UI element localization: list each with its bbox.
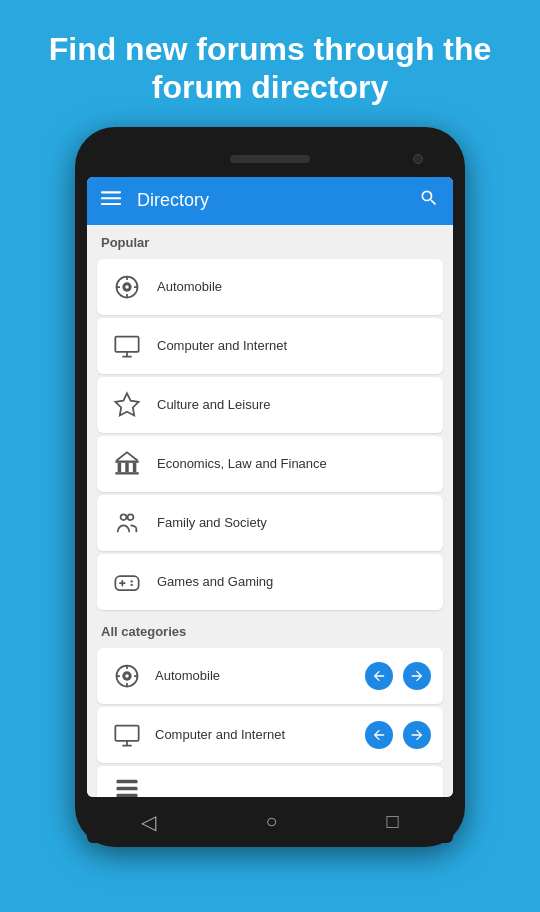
svg-rect-24 [117, 794, 138, 797]
svg-rect-15 [115, 576, 138, 590]
recents-button[interactable]: □ [386, 810, 398, 833]
computer-action-btn-1[interactable] [365, 721, 393, 749]
svg-point-20 [125, 674, 129, 678]
home-button[interactable]: ○ [265, 810, 277, 833]
hamburger-icon[interactable] [101, 188, 121, 213]
popular-item-culture[interactable]: Culture and Leisure [97, 377, 443, 433]
computer-name: Computer and Internet [157, 338, 431, 353]
camera [413, 154, 423, 164]
popular-item-computer[interactable]: Computer and Internet [97, 318, 443, 374]
economics-name: Economics, Law and Finance [157, 456, 431, 471]
svg-rect-6 [115, 336, 138, 351]
popular-section: Popular Automobile Computer and Internet [87, 225, 453, 797]
automobile-action-btn-2[interactable] [403, 662, 431, 690]
automobile-action-btn-1[interactable] [365, 662, 393, 690]
back-button[interactable]: ◁ [141, 810, 156, 834]
bank-icon [109, 446, 145, 482]
all-categories-section: All categories Automobile [87, 614, 453, 797]
search-icon[interactable] [419, 188, 439, 213]
phone-wrapper: Directory Popular Automobile [0, 127, 540, 847]
all-automobile-name: Automobile [155, 668, 355, 683]
popular-item-economics[interactable]: Economics, Law and Finance [97, 436, 443, 492]
svg-point-5 [125, 285, 129, 289]
popular-label: Popular [87, 225, 453, 256]
svg-rect-0 [101, 192, 121, 194]
family-name: Family and Society [157, 515, 431, 530]
svg-rect-9 [115, 472, 138, 474]
phone: Directory Popular Automobile [75, 127, 465, 847]
popular-item-automobile[interactable]: Automobile [97, 259, 443, 315]
svg-rect-22 [117, 780, 138, 784]
svg-point-14 [128, 514, 134, 520]
gamepad-icon [109, 564, 145, 600]
family-icon [109, 505, 145, 541]
phone-top [87, 145, 453, 173]
automobile-icon [109, 269, 145, 305]
svg-rect-1 [101, 197, 121, 199]
culture-icon [109, 387, 145, 423]
svg-point-13 [121, 514, 127, 520]
app-bar: Directory [87, 177, 453, 225]
all-computer-name: Computer and Internet [155, 727, 355, 742]
svg-marker-7 [115, 393, 138, 415]
computer-action-btn-2[interactable] [403, 721, 431, 749]
svg-rect-23 [117, 787, 138, 791]
all-item-automobile[interactable]: Automobile [97, 648, 443, 704]
svg-rect-8 [115, 460, 138, 462]
svg-point-16 [131, 580, 133, 582]
speaker-grille [230, 155, 310, 163]
app-bar-title: Directory [137, 190, 403, 211]
partial-row [97, 766, 443, 797]
games-name: Games and Gaming [157, 574, 431, 589]
popular-item-games[interactable]: Games and Gaming [97, 554, 443, 610]
all-computer-icon [109, 717, 145, 753]
computer-icon [109, 328, 145, 364]
headline: Find new forums through the forum direct… [0, 0, 540, 127]
svg-rect-21 [115, 725, 138, 740]
popular-item-family[interactable]: Family and Society [97, 495, 443, 551]
partial-icon [109, 770, 145, 797]
svg-rect-10 [118, 463, 122, 472]
automobile-name: Automobile [157, 279, 431, 294]
all-categories-label: All categories [87, 614, 453, 645]
screen: Directory Popular Automobile [87, 177, 453, 797]
svg-rect-2 [101, 203, 121, 205]
bottom-nav: ◁ ○ □ [87, 801, 453, 843]
all-item-computer[interactable]: Computer and Internet [97, 707, 443, 763]
svg-rect-11 [125, 463, 129, 472]
all-automobile-icon [109, 658, 145, 694]
svg-rect-12 [133, 463, 137, 472]
svg-point-17 [131, 584, 133, 586]
culture-name: Culture and Leisure [157, 397, 431, 412]
